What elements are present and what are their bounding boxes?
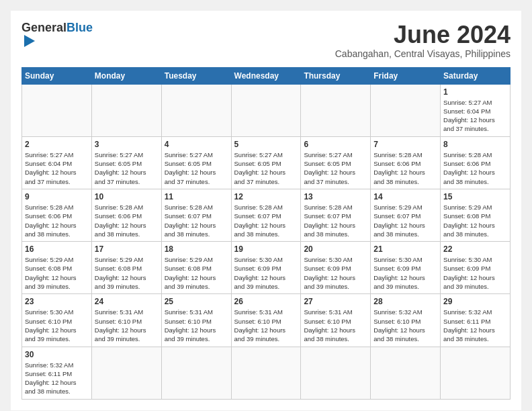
calendar-week-5: 30Sunrise: 5:32 AM Sunset: 6:11 PM Dayli… [22, 347, 511, 399]
calendar-page: General Blue June 2024 Cabangahan, Centr… [11, 11, 521, 410]
day-number: 7 [373, 140, 437, 149]
calendar-cell-w2d2: 11Sunrise: 5:28 AM Sunset: 6:07 PM Dayli… [161, 189, 231, 241]
calendar-cell-w4d6: 29Sunrise: 5:32 AM Sunset: 6:11 PM Dayli… [441, 294, 511, 347]
weekday-header-thursday: Thursday [301, 67, 371, 84]
calendar-cell-w5d3 [231, 347, 301, 399]
day-info: Sunrise: 5:31 AM Sunset: 6:10 PM Dayligh… [95, 308, 159, 343]
day-number: 6 [304, 140, 367, 149]
day-info: Sunrise: 5:28 AM Sunset: 6:07 PM Dayligh… [165, 203, 228, 238]
day-info: Sunrise: 5:28 AM Sunset: 6:06 PM Dayligh… [25, 203, 89, 238]
calendar-cell-w1d5: 7Sunrise: 5:28 AM Sunset: 6:06 PM Daylig… [371, 136, 441, 189]
day-number: 26 [234, 297, 298, 306]
day-info: Sunrise: 5:28 AM Sunset: 6:06 PM Dayligh… [373, 150, 437, 186]
calendar-cell-w3d4: 20Sunrise: 5:30 AM Sunset: 6:09 PM Dayli… [301, 242, 371, 294]
calendar-week-0: 1Sunrise: 5:27 AM Sunset: 6:04 PM Daylig… [22, 84, 511, 136]
weekday-header-sunday: Sunday [22, 67, 92, 84]
calendar-cell-w5d4 [301, 347, 371, 399]
weekday-header-wednesday: Wednesday [231, 67, 301, 84]
day-number: 8 [443, 140, 507, 149]
day-number: 4 [165, 140, 228, 149]
day-info: Sunrise: 5:27 AM Sunset: 6:04 PM Dayligh… [25, 150, 89, 186]
calendar-cell-w0d5 [371, 84, 441, 136]
calendar-cell-w5d0: 30Sunrise: 5:32 AM Sunset: 6:11 PM Dayli… [22, 347, 92, 399]
calendar-cell-w4d3: 26Sunrise: 5:31 AM Sunset: 6:10 PM Dayli… [231, 294, 301, 347]
calendar-cell-w3d0: 16Sunrise: 5:29 AM Sunset: 6:08 PM Dayli… [22, 242, 92, 294]
weekday-header-monday: Monday [91, 67, 161, 84]
weekday-header-saturday: Saturday [441, 67, 511, 84]
day-info: Sunrise: 5:29 AM Sunset: 6:08 PM Dayligh… [443, 203, 507, 238]
month-title: June 2024 [335, 21, 511, 48]
calendar-cell-w3d5: 21Sunrise: 5:30 AM Sunset: 6:09 PM Dayli… [371, 242, 441, 294]
day-number: 29 [443, 297, 507, 306]
day-number: 18 [165, 244, 228, 254]
calendar-cell-w3d2: 18Sunrise: 5:29 AM Sunset: 6:08 PM Dayli… [161, 242, 231, 294]
calendar-cell-w1d1: 3Sunrise: 5:27 AM Sunset: 6:05 PM Daylig… [91, 136, 161, 189]
day-info: Sunrise: 5:27 AM Sunset: 6:04 PM Dayligh… [443, 98, 507, 134]
day-info: Sunrise: 5:27 AM Sunset: 6:05 PM Dayligh… [304, 150, 367, 186]
calendar-cell-w0d3 [231, 84, 301, 136]
calendar-cell-w3d3: 19Sunrise: 5:30 AM Sunset: 6:09 PM Dayli… [231, 242, 301, 294]
calendar-cell-w0d6: 1Sunrise: 5:27 AM Sunset: 6:04 PM Daylig… [441, 84, 511, 136]
location-title: Cabangahan, Central Visayas, Philippines [335, 48, 511, 59]
calendar-cell-w5d2 [161, 347, 231, 399]
day-info: Sunrise: 5:30 AM Sunset: 6:10 PM Dayligh… [25, 308, 89, 343]
day-info: Sunrise: 5:30 AM Sunset: 6:09 PM Dayligh… [234, 255, 298, 291]
day-info: Sunrise: 5:29 AM Sunset: 6:08 PM Dayligh… [95, 255, 159, 291]
day-info: Sunrise: 5:30 AM Sunset: 6:09 PM Dayligh… [304, 255, 367, 291]
calendar-cell-w2d1: 10Sunrise: 5:28 AM Sunset: 6:06 PM Dayli… [91, 189, 161, 241]
day-info: Sunrise: 5:28 AM Sunset: 6:06 PM Dayligh… [443, 150, 507, 186]
day-number: 11 [165, 192, 228, 201]
calendar-cell-w2d0: 9Sunrise: 5:28 AM Sunset: 6:06 PM Daylig… [22, 189, 92, 241]
day-info: Sunrise: 5:30 AM Sunset: 6:09 PM Dayligh… [373, 255, 437, 291]
day-number: 12 [234, 192, 298, 201]
calendar-week-4: 23Sunrise: 5:30 AM Sunset: 6:10 PM Dayli… [22, 294, 511, 347]
day-number: 10 [95, 192, 159, 201]
logo-triangle-icon [24, 35, 35, 47]
calendar-cell-w1d4: 6Sunrise: 5:27 AM Sunset: 6:05 PM Daylig… [301, 136, 371, 189]
day-number: 16 [25, 244, 89, 254]
calendar-cell-w4d4: 27Sunrise: 5:31 AM Sunset: 6:10 PM Dayli… [301, 294, 371, 347]
day-info: Sunrise: 5:32 AM Sunset: 6:11 PM Dayligh… [443, 308, 507, 343]
calendar-week-1: 2Sunrise: 5:27 AM Sunset: 6:04 PM Daylig… [22, 136, 511, 189]
calendar-cell-w2d3: 12Sunrise: 5:28 AM Sunset: 6:07 PM Dayli… [231, 189, 301, 241]
day-number: 24 [95, 297, 159, 306]
day-info: Sunrise: 5:31 AM Sunset: 6:10 PM Dayligh… [234, 308, 298, 343]
day-number: 2 [25, 140, 89, 149]
calendar-cell-w3d1: 17Sunrise: 5:29 AM Sunset: 6:08 PM Dayli… [91, 242, 161, 294]
day-info: Sunrise: 5:32 AM Sunset: 6:11 PM Dayligh… [25, 361, 89, 396]
day-number: 21 [373, 244, 437, 254]
day-number: 17 [95, 244, 159, 254]
calendar-week-3: 16Sunrise: 5:29 AM Sunset: 6:08 PM Dayli… [22, 242, 511, 294]
day-number: 5 [234, 140, 298, 149]
day-number: 30 [25, 350, 89, 359]
day-number: 28 [373, 297, 437, 306]
calendar-cell-w2d6: 15Sunrise: 5:29 AM Sunset: 6:08 PM Dayli… [441, 189, 511, 241]
calendar-cell-w0d0 [22, 84, 92, 136]
day-info: Sunrise: 5:28 AM Sunset: 6:07 PM Dayligh… [234, 203, 298, 238]
logo: General Blue [21, 21, 93, 47]
calendar-cell-w4d0: 23Sunrise: 5:30 AM Sunset: 6:10 PM Dayli… [22, 294, 92, 347]
calendar-cell-w4d5: 28Sunrise: 5:32 AM Sunset: 6:10 PM Dayli… [371, 294, 441, 347]
calendar-cell-w2d5: 14Sunrise: 5:29 AM Sunset: 6:07 PM Dayli… [371, 189, 441, 241]
day-number: 23 [25, 297, 89, 306]
day-number: 3 [95, 140, 159, 149]
calendar-cell-w1d0: 2Sunrise: 5:27 AM Sunset: 6:04 PM Daylig… [22, 136, 92, 189]
weekday-header-row: SundayMondayTuesdayWednesdayThursdayFrid… [22, 67, 511, 84]
calendar-cell-w5d5 [371, 347, 441, 399]
day-number: 1 [443, 87, 507, 97]
day-number: 22 [443, 244, 507, 254]
day-number: 9 [25, 192, 89, 201]
day-info: Sunrise: 5:29 AM Sunset: 6:08 PM Dayligh… [165, 255, 228, 291]
calendar-cell-w1d6: 8Sunrise: 5:28 AM Sunset: 6:06 PM Daylig… [441, 136, 511, 189]
calendar-cell-w1d3: 5Sunrise: 5:27 AM Sunset: 6:05 PM Daylig… [231, 136, 301, 189]
calendar-cell-w4d2: 25Sunrise: 5:31 AM Sunset: 6:10 PM Dayli… [161, 294, 231, 347]
calendar-cell-w0d1 [91, 84, 161, 136]
day-number: 25 [165, 297, 228, 306]
day-info: Sunrise: 5:29 AM Sunset: 6:08 PM Dayligh… [25, 255, 89, 291]
day-info: Sunrise: 5:29 AM Sunset: 6:07 PM Dayligh… [373, 203, 437, 238]
day-number: 13 [304, 192, 367, 201]
day-info: Sunrise: 5:32 AM Sunset: 6:10 PM Dayligh… [373, 308, 437, 343]
day-number: 15 [443, 192, 507, 201]
day-info: Sunrise: 5:28 AM Sunset: 6:07 PM Dayligh… [304, 203, 367, 238]
weekday-header-tuesday: Tuesday [161, 67, 231, 84]
